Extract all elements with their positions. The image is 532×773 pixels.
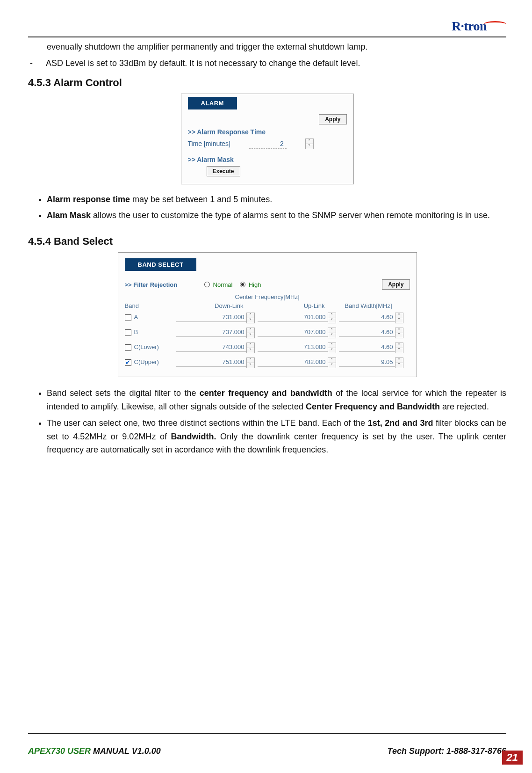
chevron-down-icon[interactable]: ˅ (247, 348, 254, 353)
col-band: Band (125, 302, 176, 309)
alarm-bullet-1: Alarm response time may be set between 1… (47, 193, 506, 206)
section-453-heading: 4.5.3 Alarm Control (28, 77, 506, 89)
chevron-down-icon[interactable]: ˅ (395, 333, 403, 338)
footer-manual: MANUAL V1.0.00 (91, 746, 161, 756)
alarm-response-heading: >> Alarm Response Time (188, 128, 347, 136)
uplink-value[interactable]: 713.000 (258, 343, 328, 352)
value-spinner[interactable]: ˄˅ (328, 313, 336, 323)
value-spinner[interactable]: ˄˅ (328, 328, 336, 338)
chevron-down-icon[interactable]: ˅ (328, 348, 336, 353)
downlink-value[interactable]: 737.000 (176, 328, 246, 337)
brand-logo: R·tron (452, 19, 506, 34)
band-select-tab[interactable]: BAND SELECT (125, 258, 197, 271)
intro-line-1: evenually shutdown the amplifier permane… (28, 40, 506, 54)
chevron-down-icon[interactable]: ˅ (328, 333, 336, 338)
value-spinner[interactable]: ˄˅ (246, 313, 255, 323)
band-bullet-2: The user can select one, two three disti… (47, 416, 506, 457)
value-spinner[interactable]: ˄˅ (395, 357, 403, 368)
downlink-value[interactable]: 751.000 (176, 357, 246, 367)
band-checkbox[interactable] (125, 344, 131, 351)
downlink-value[interactable]: 743.000 (176, 343, 246, 352)
chevron-down-icon[interactable]: ˅ (247, 363, 254, 368)
page-number: 21 (502, 751, 523, 765)
uplink-value[interactable]: 707.000 (258, 328, 328, 337)
value-spinner[interactable]: ˄˅ (246, 357, 255, 368)
band-row: A731.000˄˅701.000˄˅4.60˄˅ (125, 311, 410, 323)
intro-line-2: -ASD Level is set to 33dBm by default. I… (28, 57, 506, 70)
band-checkbox[interactable] (125, 329, 131, 336)
band-row: C(Lower)743.000˄˅713.000˄˅4.60˄˅ (125, 341, 410, 353)
chevron-down-icon[interactable]: ˅ (306, 144, 313, 149)
band-select-panel: BAND SELECT >> Filter Rejection Normal H… (118, 252, 417, 377)
bandwidth-value[interactable]: 4.60 (339, 313, 395, 322)
uplink-value[interactable]: 701.000 (258, 313, 328, 322)
execute-button[interactable]: Execute (207, 166, 240, 176)
bandwidth-value[interactable]: 4.60 (339, 343, 395, 352)
band-checkbox[interactable] (125, 314, 131, 321)
chevron-down-icon[interactable]: ˅ (395, 348, 403, 353)
chevron-down-icon[interactable]: ˅ (247, 333, 254, 338)
time-value[interactable]: 2 (249, 139, 287, 149)
chevron-down-icon[interactable]: ˅ (395, 318, 403, 323)
alarm-tab[interactable]: ALARM (188, 97, 237, 109)
band-table: Band Down-Link Up-Link Band Width[MHz] A… (125, 302, 410, 368)
footer: APEX730 USER MANUAL V1.0.00 Tech Support… (28, 746, 506, 756)
band-label: B (134, 328, 138, 335)
alarm-panel: ALARM Apply >> Alarm Response Time Time … (181, 94, 354, 184)
band-bullet-1: Band select sets the digital filter to t… (47, 386, 506, 414)
chevron-down-icon[interactable]: ˅ (247, 318, 254, 323)
value-spinner[interactable]: ˄˅ (246, 328, 255, 338)
value-spinner[interactable]: ˄˅ (328, 357, 336, 368)
chevron-up-icon[interactable]: ˄ (306, 139, 313, 144)
alarm-bullet-2: Alam Mask allows the user to customize t… (47, 209, 506, 222)
chevron-down-icon[interactable]: ˅ (395, 363, 403, 368)
band-checkbox[interactable] (125, 359, 131, 366)
alarm-apply-button[interactable]: Apply (319, 114, 346, 124)
section-454-heading: 4.5.4 Band Select (28, 235, 506, 248)
uplink-value[interactable]: 782.000 (258, 357, 328, 367)
time-spinner[interactable]: ˄ ˅ (305, 139, 314, 149)
col-uplink: Up-Link (258, 302, 328, 309)
time-label: Time [minutes] (188, 140, 230, 147)
chevron-down-icon[interactable]: ˅ (328, 363, 336, 368)
band-label: C(Lower) (134, 343, 159, 350)
bandwidth-value[interactable]: 9.05 (339, 357, 395, 367)
radio-normal-label: Normal (213, 281, 233, 288)
band-bullets: Band select sets the digital filter to t… (47, 386, 506, 457)
filter-rejection-label: >> Filter Rejection (125, 281, 204, 288)
radio-normal[interactable] (204, 282, 210, 287)
band-row: B737.000˄˅707.000˄˅4.60˄˅ (125, 326, 410, 338)
band-row: C(Upper)751.000˄˅782.000˄˅9.05˄˅ (125, 356, 410, 368)
col-bandwidth: Band Width[MHz] (339, 302, 395, 309)
value-spinner[interactable]: ˄˅ (395, 313, 403, 323)
value-spinner[interactable]: ˄˅ (246, 343, 255, 353)
downlink-value[interactable]: 731.000 (176, 313, 246, 322)
footer-rule (28, 733, 506, 734)
bandwidth-value[interactable]: 4.60 (339, 328, 395, 337)
value-spinner[interactable]: ˄˅ (395, 343, 403, 353)
header-rule (28, 36, 506, 37)
alarm-mask-heading: >> Alarm Mask (188, 156, 347, 163)
radio-high-label: High (249, 281, 261, 288)
value-spinner[interactable]: ˄˅ (395, 328, 403, 338)
footer-support: Tech Support: 1-888-317-8766 (388, 746, 506, 756)
chevron-down-icon[interactable]: ˅ (328, 318, 336, 323)
footer-product: APEX730 USER (28, 746, 91, 756)
band-label: A (134, 314, 138, 321)
alarm-bullets: Alarm response time may be set between 1… (47, 193, 506, 223)
col-downlink: Down-Link (176, 302, 246, 309)
band-label: C(Upper) (134, 358, 159, 365)
band-apply-button[interactable]: Apply (382, 279, 410, 290)
value-spinner[interactable]: ˄˅ (328, 343, 336, 353)
radio-high[interactable] (240, 282, 245, 287)
center-freq-header: Center Frequency[MHz] (125, 293, 410, 300)
